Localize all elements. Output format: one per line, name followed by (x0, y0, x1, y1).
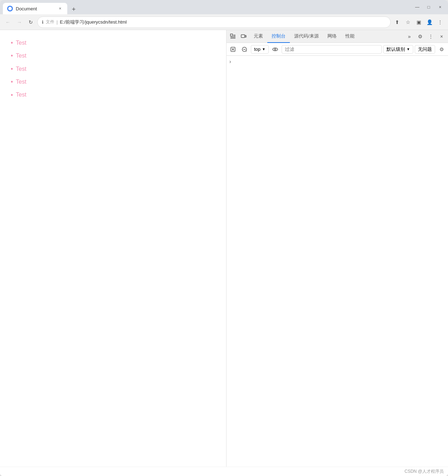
active-tab[interactable]: Document × (3, 3, 67, 14)
tab-title: Document (16, 6, 54, 11)
tab-bar: Document × + (3, 0, 409, 14)
list-item: Test (11, 63, 215, 75)
devtools-tabs: 元素 控制台 源代码/来源 网络 性能 (249, 30, 404, 43)
svg-point-14 (274, 49, 276, 50)
svg-line-11 (246, 51, 247, 51)
filter-console-button[interactable] (239, 44, 249, 54)
svg-rect-5 (241, 35, 245, 38)
devtools-more-button[interactable]: ⋮ (426, 31, 436, 41)
close-button[interactable]: × (435, 2, 445, 12)
console-context-dropdown-icon: ▼ (262, 47, 266, 51)
address-separator: | (57, 20, 58, 25)
maximize-button[interactable]: □ (424, 2, 434, 12)
inspect-element-tool[interactable] (228, 31, 238, 41)
new-tab-button[interactable]: + (69, 4, 79, 14)
share-button[interactable]: ⬆ (392, 17, 402, 27)
console-context-selector[interactable]: top ▼ (251, 45, 269, 54)
address-url: E:/前端学习/jquerycsdn/test.html (60, 19, 386, 25)
console-context-label: top (254, 46, 260, 52)
console-issues-button[interactable]: 无问题 (415, 45, 435, 54)
console-content: › (227, 56, 448, 467)
performance-tab[interactable]: 性能 (341, 30, 359, 43)
console-level-selector[interactable]: 默认级别 ▼ (383, 45, 413, 54)
address-bar[interactable]: ℹ 文件 | E:/前端学习/jquerycsdn/test.html (37, 16, 391, 28)
webpage-list: TestTestTestTestTest (11, 37, 215, 101)
refresh-button[interactable]: ↻ (26, 17, 36, 27)
console-filter-input[interactable] (282, 45, 382, 54)
forward-button[interactable]: → (14, 17, 24, 27)
address-info-icon: ℹ (42, 20, 44, 25)
back-button[interactable]: ← (3, 17, 13, 27)
footer: CSDN @人才程序员 (0, 467, 448, 476)
console-level-label: 默认级别 (386, 46, 405, 53)
console-level-dropdown-icon: ▼ (406, 47, 410, 51)
browser-window: Document × + — □ × ← → ↻ ℹ 文件 | E:/前端学习/… (0, 0, 448, 476)
list-item: Test (11, 50, 215, 62)
main-content: TestTestTestTestTest (0, 30, 448, 467)
more-tabs-button[interactable]: » (404, 31, 414, 41)
svg-point-13 (273, 48, 278, 51)
svg-rect-6 (245, 35, 246, 37)
profile-button[interactable]: 👤 (424, 17, 434, 27)
sidebar-button[interactable]: ▣ (414, 17, 424, 27)
webpage-area: TestTestTestTestTest (0, 30, 226, 467)
window-controls: — □ × (412, 2, 445, 12)
clear-console-button[interactable] (228, 44, 238, 54)
console-toolbar: top ▼ 默认级别 ▼ 无问题 ⚙ (227, 43, 448, 56)
devtools-panel: 元素 控制台 源代码/来源 网络 性能 » ⚙ ⋮ × (226, 30, 448, 467)
console-settings-button[interactable]: ⚙ (437, 44, 447, 54)
devtools-actions: ⚙ ⋮ × (415, 31, 447, 41)
tab-favicon (7, 6, 13, 11)
devtools-close-button[interactable]: × (437, 31, 447, 41)
console-issues-label: 无问题 (418, 46, 432, 53)
console-expand-arrow[interactable]: › (229, 57, 445, 66)
svg-rect-0 (230, 34, 233, 36)
device-toolbar-tool[interactable] (239, 31, 249, 41)
tab-close-button[interactable]: × (57, 6, 63, 11)
menu-button[interactable]: ⋮ (435, 17, 445, 27)
title-bar: Document × + — □ × (0, 0, 448, 14)
list-item: Test (11, 89, 215, 101)
elements-tab[interactable]: 元素 (249, 30, 267, 43)
browser-toolbar: ← → ↻ ℹ 文件 | E:/前端学习/jquerycsdn/test.htm… (0, 14, 448, 30)
sources-tab[interactable]: 源代码/来源 (290, 30, 323, 43)
eye-filter-button[interactable] (270, 44, 280, 54)
list-item: Test (11, 76, 215, 88)
toolbar-actions: ⬆ ☆ ▣ 👤 ⋮ (392, 17, 445, 27)
network-tab[interactable]: 网络 (323, 30, 341, 43)
watermark-text: CSDN @人才程序员 (404, 469, 444, 474)
minimize-button[interactable]: — (412, 2, 422, 12)
address-file-label: 文件 (46, 19, 54, 25)
devtools-header: 元素 控制台 源代码/来源 网络 性能 » ⚙ ⋮ × (227, 30, 448, 43)
list-item: Test (11, 37, 215, 49)
console-tab[interactable]: 控制台 (267, 30, 290, 43)
devtools-settings-button[interactable]: ⚙ (415, 31, 425, 41)
bookmark-button[interactable]: ☆ (403, 17, 413, 27)
